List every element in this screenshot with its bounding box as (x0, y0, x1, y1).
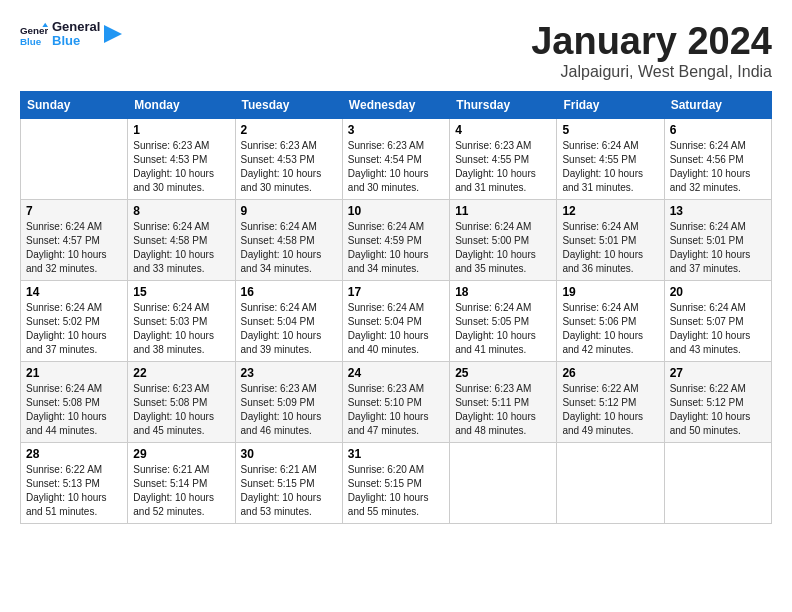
weekday-header-thursday: Thursday (450, 92, 557, 119)
weekday-header-tuesday: Tuesday (235, 92, 342, 119)
day-info: Sunrise: 6:24 AMSunset: 5:06 PMDaylight:… (562, 301, 658, 357)
day-number: 30 (241, 447, 337, 461)
day-number: 21 (26, 366, 122, 380)
week-row-5: 28 Sunrise: 6:22 AMSunset: 5:13 PMDaylig… (21, 443, 772, 524)
day-number: 1 (133, 123, 229, 137)
day-number: 17 (348, 285, 444, 299)
calendar-table: SundayMondayTuesdayWednesdayThursdayFrid… (20, 91, 772, 524)
day-info: Sunrise: 6:24 AMSunset: 4:58 PMDaylight:… (241, 220, 337, 276)
day-info: Sunrise: 6:22 AMSunset: 5:12 PMDaylight:… (562, 382, 658, 438)
calendar-cell: 11 Sunrise: 6:24 AMSunset: 5:00 PMDaylig… (450, 200, 557, 281)
week-row-2: 7 Sunrise: 6:24 AMSunset: 4:57 PMDayligh… (21, 200, 772, 281)
day-number: 31 (348, 447, 444, 461)
day-info: Sunrise: 6:24 AMSunset: 4:59 PMDaylight:… (348, 220, 444, 276)
calendar-cell: 19 Sunrise: 6:24 AMSunset: 5:06 PMDaylig… (557, 281, 664, 362)
calendar-cell (664, 443, 771, 524)
svg-marker-3 (104, 25, 122, 43)
weekday-header-row: SundayMondayTuesdayWednesdayThursdayFrid… (21, 92, 772, 119)
day-number: 16 (241, 285, 337, 299)
day-info: Sunrise: 6:24 AMSunset: 4:58 PMDaylight:… (133, 220, 229, 276)
calendar-cell: 8 Sunrise: 6:24 AMSunset: 4:58 PMDayligh… (128, 200, 235, 281)
day-info: Sunrise: 6:24 AMSunset: 5:04 PMDaylight:… (241, 301, 337, 357)
day-number: 20 (670, 285, 766, 299)
day-info: Sunrise: 6:23 AMSunset: 4:53 PMDaylight:… (133, 139, 229, 195)
calendar-cell: 1 Sunrise: 6:23 AMSunset: 4:53 PMDayligh… (128, 119, 235, 200)
calendar-cell: 26 Sunrise: 6:22 AMSunset: 5:12 PMDaylig… (557, 362, 664, 443)
calendar-cell: 29 Sunrise: 6:21 AMSunset: 5:14 PMDaylig… (128, 443, 235, 524)
logo-arrow-icon (104, 25, 122, 43)
week-row-3: 14 Sunrise: 6:24 AMSunset: 5:02 PMDaylig… (21, 281, 772, 362)
calendar-cell: 14 Sunrise: 6:24 AMSunset: 5:02 PMDaylig… (21, 281, 128, 362)
day-info: Sunrise: 6:23 AMSunset: 4:54 PMDaylight:… (348, 139, 444, 195)
day-info: Sunrise: 6:24 AMSunset: 5:01 PMDaylight:… (562, 220, 658, 276)
calendar-cell: 3 Sunrise: 6:23 AMSunset: 4:54 PMDayligh… (342, 119, 449, 200)
calendar-cell: 13 Sunrise: 6:24 AMSunset: 5:01 PMDaylig… (664, 200, 771, 281)
calendar-cell: 5 Sunrise: 6:24 AMSunset: 4:55 PMDayligh… (557, 119, 664, 200)
calendar-cell: 30 Sunrise: 6:21 AMSunset: 5:15 PMDaylig… (235, 443, 342, 524)
weekday-header-monday: Monday (128, 92, 235, 119)
day-info: Sunrise: 6:21 AMSunset: 5:15 PMDaylight:… (241, 463, 337, 519)
calendar-cell: 21 Sunrise: 6:24 AMSunset: 5:08 PMDaylig… (21, 362, 128, 443)
logo-icon: General Blue (20, 20, 48, 48)
day-number: 24 (348, 366, 444, 380)
calendar-cell: 27 Sunrise: 6:22 AMSunset: 5:12 PMDaylig… (664, 362, 771, 443)
weekday-header-friday: Friday (557, 92, 664, 119)
day-info: Sunrise: 6:23 AMSunset: 4:55 PMDaylight:… (455, 139, 551, 195)
day-info: Sunrise: 6:24 AMSunset: 5:01 PMDaylight:… (670, 220, 766, 276)
day-number: 12 (562, 204, 658, 218)
calendar-cell: 16 Sunrise: 6:24 AMSunset: 5:04 PMDaylig… (235, 281, 342, 362)
day-info: Sunrise: 6:24 AMSunset: 5:07 PMDaylight:… (670, 301, 766, 357)
day-number: 13 (670, 204, 766, 218)
logo-text-blue: Blue (52, 34, 100, 48)
day-number: 9 (241, 204, 337, 218)
day-number: 29 (133, 447, 229, 461)
calendar-cell: 24 Sunrise: 6:23 AMSunset: 5:10 PMDaylig… (342, 362, 449, 443)
logo: General Blue General Blue (20, 20, 122, 49)
day-number: 19 (562, 285, 658, 299)
location-subtitle: Jalpaiguri, West Bengal, India (531, 63, 772, 81)
day-info: Sunrise: 6:23 AMSunset: 5:11 PMDaylight:… (455, 382, 551, 438)
day-info: Sunrise: 6:24 AMSunset: 5:03 PMDaylight:… (133, 301, 229, 357)
day-number: 27 (670, 366, 766, 380)
week-row-1: 1 Sunrise: 6:23 AMSunset: 4:53 PMDayligh… (21, 119, 772, 200)
day-number: 8 (133, 204, 229, 218)
calendar-cell: 28 Sunrise: 6:22 AMSunset: 5:13 PMDaylig… (21, 443, 128, 524)
day-info: Sunrise: 6:24 AMSunset: 5:05 PMDaylight:… (455, 301, 551, 357)
calendar-cell: 15 Sunrise: 6:24 AMSunset: 5:03 PMDaylig… (128, 281, 235, 362)
day-info: Sunrise: 6:21 AMSunset: 5:14 PMDaylight:… (133, 463, 229, 519)
calendar-cell (450, 443, 557, 524)
calendar-cell (557, 443, 664, 524)
calendar-cell: 18 Sunrise: 6:24 AMSunset: 5:05 PMDaylig… (450, 281, 557, 362)
day-info: Sunrise: 6:23 AMSunset: 5:09 PMDaylight:… (241, 382, 337, 438)
day-number: 10 (348, 204, 444, 218)
day-number: 28 (26, 447, 122, 461)
calendar-cell: 17 Sunrise: 6:24 AMSunset: 5:04 PMDaylig… (342, 281, 449, 362)
calendar-cell: 4 Sunrise: 6:23 AMSunset: 4:55 PMDayligh… (450, 119, 557, 200)
day-info: Sunrise: 6:22 AMSunset: 5:13 PMDaylight:… (26, 463, 122, 519)
day-info: Sunrise: 6:24 AMSunset: 5:04 PMDaylight:… (348, 301, 444, 357)
day-info: Sunrise: 6:24 AMSunset: 4:56 PMDaylight:… (670, 139, 766, 195)
day-info: Sunrise: 6:24 AMSunset: 4:57 PMDaylight:… (26, 220, 122, 276)
calendar-cell: 6 Sunrise: 6:24 AMSunset: 4:56 PMDayligh… (664, 119, 771, 200)
day-info: Sunrise: 6:24 AMSunset: 5:00 PMDaylight:… (455, 220, 551, 276)
calendar-cell: 22 Sunrise: 6:23 AMSunset: 5:08 PMDaylig… (128, 362, 235, 443)
day-info: Sunrise: 6:24 AMSunset: 5:02 PMDaylight:… (26, 301, 122, 357)
day-info: Sunrise: 6:24 AMSunset: 4:55 PMDaylight:… (562, 139, 658, 195)
logo-text-general: General (52, 20, 100, 34)
weekday-header-wednesday: Wednesday (342, 92, 449, 119)
calendar-cell: 23 Sunrise: 6:23 AMSunset: 5:09 PMDaylig… (235, 362, 342, 443)
calendar-cell: 31 Sunrise: 6:20 AMSunset: 5:15 PMDaylig… (342, 443, 449, 524)
day-info: Sunrise: 6:23 AMSunset: 4:53 PMDaylight:… (241, 139, 337, 195)
day-number: 7 (26, 204, 122, 218)
day-number: 18 (455, 285, 551, 299)
svg-text:Blue: Blue (20, 36, 42, 47)
weekday-header-saturday: Saturday (664, 92, 771, 119)
weekday-header-sunday: Sunday (21, 92, 128, 119)
calendar-cell: 10 Sunrise: 6:24 AMSunset: 4:59 PMDaylig… (342, 200, 449, 281)
day-number: 6 (670, 123, 766, 137)
day-number: 11 (455, 204, 551, 218)
day-number: 5 (562, 123, 658, 137)
day-info: Sunrise: 6:24 AMSunset: 5:08 PMDaylight:… (26, 382, 122, 438)
calendar-cell: 2 Sunrise: 6:23 AMSunset: 4:53 PMDayligh… (235, 119, 342, 200)
calendar-cell: 9 Sunrise: 6:24 AMSunset: 4:58 PMDayligh… (235, 200, 342, 281)
